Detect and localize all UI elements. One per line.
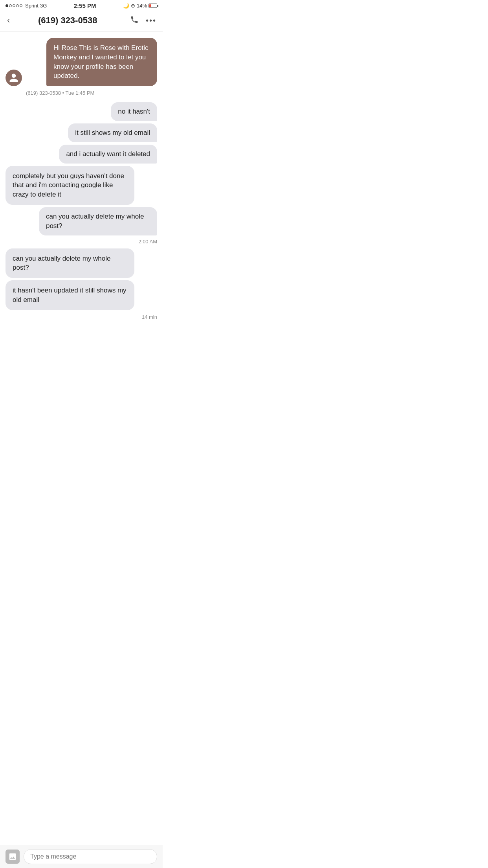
status-bar: Sprint 3G 2:55 PM 🌙 ⊕ 14% [0,0,163,11]
chat-area: Hi Rose This is Rose with Erotic Monkey … [0,31,163,356]
dot-1 [6,4,8,7]
bubble-outgoing-2: it still shows my old email [68,123,157,142]
signal-dots [6,4,22,7]
person-icon [9,73,19,83]
location-icon: ⊕ [131,3,135,9]
timestamp-14min: 14 min [142,314,157,320]
nav-actions: ••• [130,15,156,26]
dot-5 [20,4,22,7]
network-label: 3G [40,3,47,9]
status-left: Sprint 3G [6,3,47,9]
bubble-outgoing-1: no it hasn't [111,102,157,121]
nav-header: ‹ (619) 323-0538 ••• [0,11,163,31]
bubble-outgoing-4: can you actually delete my whole post? [39,207,157,235]
status-time: 2:55 PM [74,2,96,9]
carrier-label: Sprint [25,3,39,9]
bubble-gray-1: completely but you guys haven't done tha… [6,166,134,205]
dot-4 [16,4,19,7]
moon-icon: 🌙 [123,3,129,9]
avatar [6,70,22,86]
bubble-incoming-1: Hi Rose This is Rose with Erotic Monkey … [46,38,157,86]
more-button[interactable]: ••• [146,16,156,25]
bubble-gray-3: it hasn't been updated it still shows my… [6,280,134,310]
battery-pct: 14% [137,3,147,9]
bubble-gray-2: can you actually delete my whole post? [6,248,134,278]
timestamp-2am: 2:00 AM [138,239,157,245]
incoming-message-1: Hi Rose This is Rose with Erotic Monkey … [6,38,157,86]
bubble-outgoing-3: and i actually want it deleted [59,145,157,164]
dot-3 [13,4,15,7]
status-right: 🌙 ⊕ 14% [123,3,157,9]
phone-button[interactable] [130,15,139,26]
timestamp-incoming-1: (619) 323-0538 • Tue 1:45 PM [26,90,157,96]
contact-title: (619) 323-0538 [5,15,130,26]
battery-icon [149,4,157,8]
dot-2 [9,4,12,7]
